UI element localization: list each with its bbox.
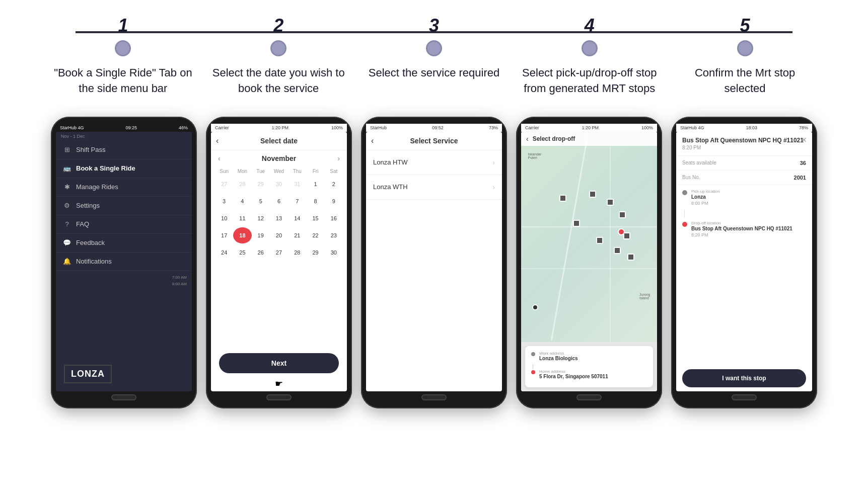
day-10[interactable]: 10 [215,210,233,226]
day-21[interactable]: 21 [288,227,306,243]
bus-stop-1[interactable] [559,195,566,202]
day-6[interactable]: 6 [270,193,288,209]
menu-item-notifications[interactable]: 🔔 Notifications [56,253,192,271]
selected-bus-stop[interactable] [618,228,625,235]
phone-5-screen: Bus Stop Aft Queenstown NPC HQ #11021 8:… [676,132,812,391]
month-navigation: ‹ November › [211,150,347,166]
work-dot [531,352,535,356]
seats-row: Seats available 36 [676,156,812,171]
menu-item-manage-rides[interactable]: ✱ Manage Rides [56,178,192,197]
day-22[interactable]: 22 [306,227,324,243]
next-month-button[interactable]: › [337,154,340,162]
day-28[interactable]: 28 [288,244,306,261]
day-8[interactable]: 8 [306,193,324,209]
phone-5-home-button[interactable] [732,394,757,400]
service-item-htw[interactable]: Lonza HTW › [366,150,502,175]
day-17[interactable]: 17 [215,227,233,243]
calendar-screen: ‹ Select date ‹ November › Sun Mon Tue W… [211,132,347,391]
day-11[interactable]: 11 [233,210,251,226]
day-28-oct[interactable]: 28 [233,176,251,192]
phone-2: Carrier 1:20 PM 100% ‹ Select date ‹ Nov… [206,117,352,408]
phone-3-home-button[interactable] [421,394,447,400]
day-18[interactable]: 18 [233,227,251,243]
phone-4-carrier: Carrier [525,125,539,130]
phone-4-battery: 100% [641,125,653,130]
day-31-oct[interactable]: 31 [288,176,306,192]
day-27-oct[interactable]: 27 [215,176,233,192]
popup-close-button[interactable]: ✕ [801,136,807,144]
day-12[interactable]: 12 [252,210,270,226]
phone-1-home-button[interactable] [111,394,136,400]
day-2-nov[interactable]: 2 [325,176,343,192]
home-address-label: Home address [539,369,608,374]
dropoff-time: 8:20 PM [691,232,792,237]
step-5-number: 5 [740,15,750,36]
bus-stop-3[interactable] [607,199,614,206]
day-25[interactable]: 25 [233,244,251,261]
day-30-oct[interactable]: 30 [270,176,288,192]
day-13[interactable]: 13 [270,210,288,226]
phone-4-status-bar: Carrier 1:20 PM 100% [521,124,657,132]
day-9[interactable]: 9 [325,193,343,209]
bus-stop-6[interactable] [596,237,603,244]
menu-book-ride-label: Book a Single Ride [76,164,135,172]
step-4-circle [582,40,598,56]
phone-1-status-bar: StarHub 4G 09:25 46% [56,124,192,132]
work-address-text: Work address Lonza Biologics [539,351,578,361]
day-29[interactable]: 29 [306,244,324,261]
want-stop-button[interactable]: I want this stop [682,369,806,387]
menu-item-shift-pass[interactable]: ⊞ Shift Pass [56,141,192,159]
day-29-oct[interactable]: 29 [252,176,270,192]
day-19[interactable]: 19 [252,227,270,243]
day-15[interactable]: 15 [306,210,324,226]
stop-popup-time: 8:20 PM [682,145,806,150]
service-item-wth[interactable]: Lonza WTH › [366,175,502,200]
work-address-value: Lonza Biologics [539,356,578,361]
service-back-button[interactable]: ‹ [371,136,374,145]
bus-stop-4[interactable] [619,211,626,218]
dropoff-info: Drop-off location Bus Stop Aft Queenstow… [691,221,792,237]
day-7[interactable]: 7 [288,193,306,209]
day-3[interactable]: 3 [215,193,233,209]
weekday-fri: Fri [306,166,324,176]
step-2-circle [270,40,286,56]
day-1-nov[interactable]: 1 [306,176,324,192]
work-address-label: Work address [539,351,578,356]
day-24[interactable]: 24 [215,244,233,261]
map-label-2: JurongIsland [639,293,650,300]
prev-month-button[interactable]: ‹ [218,154,221,162]
phone-4-home-button[interactable] [576,394,602,400]
step-5-desc: Confirm the Mrt stop selected [675,65,816,97]
day-23[interactable]: 23 [325,227,343,243]
phone-4-time: 1:20 PM [582,125,599,130]
weekday-wed: Wed [270,166,288,176]
map-back-button[interactable]: ‹ [526,135,529,143]
step-1-number: 1 [118,15,128,36]
day-27[interactable]: 27 [270,244,288,261]
weekday-thu: Thu [288,166,306,176]
menu-item-feedback[interactable]: 💬 Feedback [56,234,192,253]
menu-item-faq[interactable]: ? FAQ [56,215,192,234]
day-30[interactable]: 30 [325,244,343,261]
bus-stop-5[interactable] [573,220,580,227]
menu-notifications-label: Notifications [76,258,112,265]
phone-1-carrier: StarHub 4G [60,125,84,130]
menu-item-settings[interactable]: ⚙ Settings [56,197,192,215]
phone-4-screen: IskandarPuteri JurongIsland ‹ Select dro… [521,132,657,391]
phone-2-home-button[interactable] [266,394,292,400]
bus-stop-9[interactable] [627,254,634,261]
bus-stop-7[interactable] [614,247,621,254]
schedule-time-8am: 8:00 AM [61,282,187,286]
day-20[interactable]: 20 [270,227,288,243]
menu-item-book-ride[interactable]: 🚌 Book a Single Ride [56,159,192,178]
day-5[interactable]: 5 [252,193,270,209]
calendar-back-button[interactable]: ‹ [216,136,219,145]
phone-3-status-bar: StarHub 09:52 73% [366,124,502,132]
manage-rides-icon: ✱ [63,183,71,191]
bus-stop-2[interactable] [589,191,596,198]
day-26[interactable]: 26 [252,244,270,261]
next-button[interactable]: Next [219,353,339,373]
day-4[interactable]: 4 [233,193,251,209]
day-16[interactable]: 16 [325,210,343,226]
day-14[interactable]: 14 [288,210,306,226]
